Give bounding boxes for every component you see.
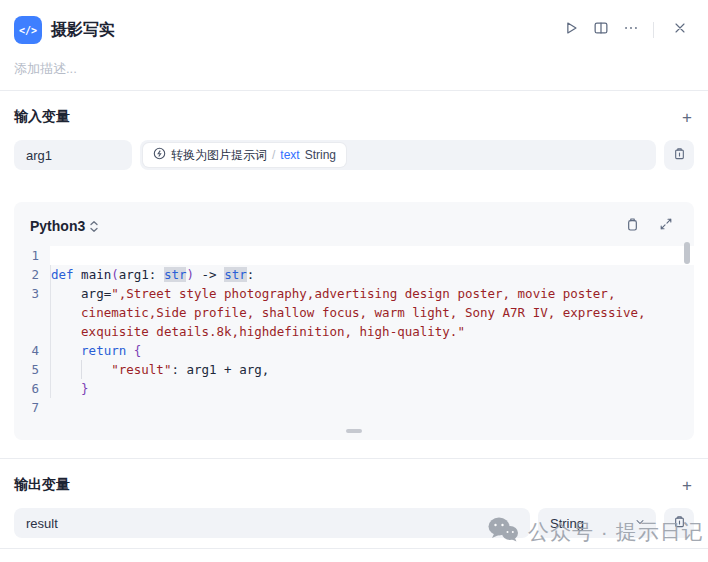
add-output-variable-button[interactable]: + (682, 477, 692, 494)
node-title[interactable]: 摄影写实 (51, 20, 115, 41)
language-selector[interactable]: Python3 (30, 218, 85, 234)
input-variable-value-field[interactable]: 转换为图片提示词 / text String (140, 140, 656, 170)
code-line[interactable]: exquisite details.8k,highdefinition, hig… (14, 322, 694, 341)
code-line-content: exquisite details.8k,highdefinition, hig… (50, 322, 694, 341)
code-token: ",Street style photography,advertising d… (111, 286, 615, 301)
code-token: arg (81, 286, 104, 301)
add-input-variable-button[interactable]: + (682, 109, 692, 126)
close-icon (672, 20, 688, 40)
line-number (14, 303, 50, 322)
section-divider (0, 458, 708, 459)
reference-node-name: 转换为图片提示词 (171, 147, 267, 164)
line-number: 2 (14, 265, 50, 284)
variable-reference-pill[interactable]: 转换为图片提示词 / text String (143, 143, 346, 167)
code-token: exquisite details.8k,highdefinition, hig… (81, 324, 465, 339)
output-variable-row: result String (0, 508, 708, 538)
ellipsis-icon (622, 19, 640, 41)
code-line-content: cinematic,Side profile, shallow focus, w… (50, 303, 694, 322)
delete-output-variable-button[interactable] (664, 508, 694, 538)
code-token: ( (111, 267, 119, 282)
input-variable-row: arg1 转换为图片提示词 / text String (0, 140, 708, 170)
expand-icon (658, 216, 674, 236)
trash-icon (671, 513, 688, 534)
input-section-title: 输入变量 (14, 108, 70, 126)
input-variable-name-field[interactable]: arg1 (14, 140, 132, 170)
code-line-content: return { (50, 341, 694, 360)
code-editor-header: Python3 (14, 212, 694, 244)
reference-field-type: String (305, 148, 336, 162)
output-section-header: 输出变量 + (0, 476, 708, 494)
code-token (74, 267, 82, 282)
code-token: return (81, 343, 126, 358)
trash-icon (671, 145, 688, 166)
code-token: cinematic,Side profile, shallow focus, w… (81, 305, 645, 320)
code-line[interactable]: 7 (14, 398, 694, 417)
code-token: arg1: (119, 267, 164, 282)
play-icon (562, 19, 580, 41)
code-token: ) (186, 267, 194, 282)
code-line-content (50, 398, 694, 417)
code-token: main (81, 267, 111, 282)
expand-code-button[interactable] (654, 214, 678, 238)
line-number: 5 (14, 360, 50, 379)
code-line[interactable]: 1 (14, 246, 694, 265)
chevron-down-icon (634, 516, 646, 531)
code-token: : (247, 267, 255, 282)
code-line-content (50, 246, 694, 265)
code-line[interactable]: 6} (14, 379, 694, 398)
panel-view-button[interactable] (589, 18, 613, 42)
code-line[interactable]: 4return { (14, 341, 694, 360)
more-menu-button[interactable] (619, 18, 643, 42)
code-token: } (81, 381, 89, 396)
line-number: 1 (14, 246, 50, 265)
output-variable-name-field[interactable]: result (14, 508, 530, 538)
code-token: str (164, 267, 187, 282)
input-section-header: 输入变量 + (0, 108, 708, 126)
code-line[interactable]: 5"result": arg1 + arg, (14, 360, 694, 379)
copy-code-button[interactable] (620, 214, 644, 238)
code-token: -> (194, 267, 224, 282)
code-line-content: arg=",Street style photography,advertisi… (50, 284, 694, 303)
code-scrollbar[interactable] (684, 242, 690, 264)
code-token: { (134, 343, 142, 358)
section-divider (0, 90, 708, 91)
code-line[interactable]: 2def main(arg1: str) -> str: (14, 265, 694, 284)
code-token: : arg1 + arg, (171, 362, 269, 377)
code-area[interactable]: 12def main(arg1: str) -> str:3arg=",Stre… (14, 246, 694, 417)
code-editor-card: Python3 12def main(arg1: str) -> str:3ar… (14, 202, 694, 440)
open-book-icon (592, 19, 610, 41)
code-line-content: "result": arg1 + arg, (50, 360, 694, 379)
code-resize-handle[interactable] (346, 429, 362, 433)
line-number: 7 (14, 398, 50, 417)
node-reference-icon (153, 147, 166, 163)
code-token: str (224, 267, 247, 282)
line-number (14, 322, 50, 341)
description-placeholder[interactable]: 添加描述... (0, 60, 708, 78)
header-divider (653, 22, 654, 38)
reference-field-name: text (280, 148, 299, 162)
line-number: 3 (14, 284, 50, 303)
code-line-content: def main(arg1: str) -> str: (50, 265, 694, 284)
line-number: 4 (14, 341, 50, 360)
code-token (126, 343, 134, 358)
reference-separator: / (272, 148, 275, 162)
bottom-divider (0, 548, 708, 549)
run-button[interactable] (559, 18, 583, 42)
header-actions (553, 18, 692, 42)
delete-input-variable-button[interactable] (664, 140, 694, 170)
code-token: "result" (111, 362, 171, 377)
output-section-title: 输出变量 (14, 476, 70, 494)
code-node-icon: </> (14, 16, 42, 44)
language-selector-arrows-icon (89, 220, 99, 233)
close-button[interactable] (668, 18, 692, 42)
output-type-value: String (550, 516, 584, 531)
clipboard-icon (624, 216, 641, 237)
code-token: def (51, 267, 74, 282)
code-line[interactable]: cinematic,Side profile, shallow focus, w… (14, 303, 694, 322)
output-type-select[interactable]: String (538, 508, 656, 538)
code-line[interactable]: 3arg=",Street style photography,advertis… (14, 284, 694, 303)
line-number: 6 (14, 379, 50, 398)
node-header: </> 摄影写实 (0, 0, 708, 44)
code-line-content: } (50, 379, 694, 398)
